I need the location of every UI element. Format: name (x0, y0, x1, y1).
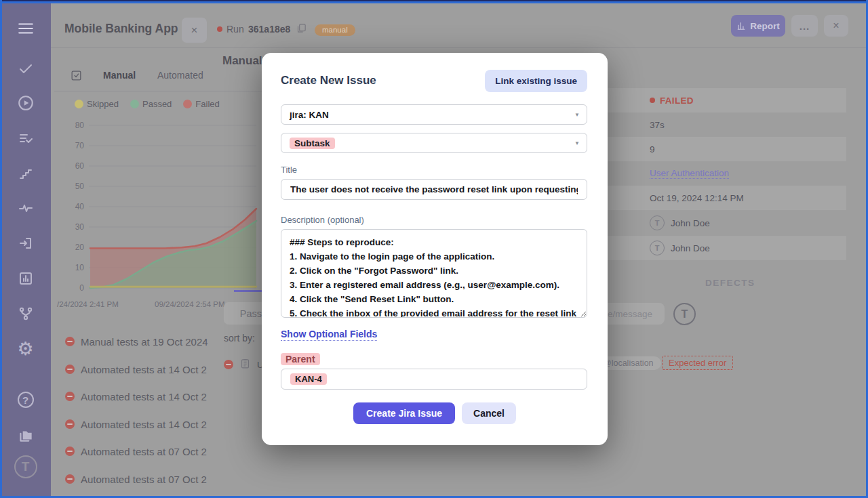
test-list-row[interactable]: U (224, 358, 264, 371)
chart-widget-icon[interactable] (70, 69, 83, 85)
window-frame-top (0, 0, 868, 1)
assignee-avatar[interactable]: T (673, 303, 696, 325)
chart-tab-automated[interactable]: Automated (157, 70, 203, 81)
avatar: T (650, 241, 665, 255)
check-icon[interactable] (0, 57, 51, 80)
parent-issue-input[interactable]: KAN-4 (281, 369, 587, 390)
project-title: Mobile Banking App (64, 22, 178, 36)
svg-text:09/24/2024 2:54 PM: 09/24/2024 2:54 PM (155, 300, 225, 308)
app-root: ⚙ ? T Mobile Banking App × Run 361a18e8 … (0, 0, 868, 498)
avatar: T (650, 215, 665, 230)
failed-run-icon (65, 447, 75, 456)
runs-list-item[interactable]: Automated tests at 14 Oct 2 (65, 362, 207, 376)
failed-run-icon (65, 419, 75, 429)
show-optional-fields-link[interactable]: Show Optional Fields (281, 329, 377, 341)
failed-run-icon (65, 365, 75, 374)
chevron-down-icon: ▼ (574, 140, 580, 146)
link-existing-issue-button[interactable]: Link existing issue (485, 70, 587, 92)
run-type-badge: manual (315, 24, 355, 36)
activity-pulse-icon[interactable] (0, 196, 51, 220)
issue-type-select[interactable]: Subtask ▼ (281, 133, 587, 153)
create-jira-issue-button[interactable]: Create Jira Issue (353, 402, 455, 424)
play-circle-icon[interactable] (0, 91, 51, 115)
svg-text:60: 60 (75, 161, 85, 171)
report-button-label: Report (750, 21, 780, 31)
project-tab-close-icon[interactable]: × (182, 18, 207, 43)
svg-text:80: 80 (75, 121, 85, 130)
chevron-down-icon: ▼ (574, 112, 580, 118)
description-textarea[interactable]: ### Steps to reproduce: 1. Navigate to t… (281, 229, 587, 318)
failed-test-icon (224, 360, 233, 369)
expected-error-badge[interactable]: Expected error (662, 356, 733, 370)
failed-run-icon (65, 474, 75, 484)
failed-status-dot (650, 98, 655, 103)
bar-chart-icon[interactable] (0, 267, 51, 290)
more-options-icon[interactable]: ... (791, 15, 818, 37)
runs-list-item[interactable]: Automated tests at 14 Oct 2 (65, 390, 207, 403)
run-trend-chart: 80706050403020100/24/2024 2:41 PM09/24/2… (54, 95, 264, 315)
project-select[interactable]: jira: KAN ▼ (281, 104, 587, 125)
suite-link[interactable]: User Authentication (650, 168, 729, 179)
chart-divider (54, 91, 262, 91)
svg-text:70: 70 (75, 141, 85, 150)
issue-type-badge: Subtask (290, 138, 335, 149)
window-frame-top-blue (0, 1, 868, 3)
copy-icon[interactable] (296, 22, 307, 37)
header-divider (51, 47, 866, 48)
steps-icon[interactable] (0, 162, 51, 185)
modal-title: Create New Issue (281, 74, 376, 87)
cancel-button[interactable]: Cancel (462, 402, 516, 424)
clipboard-icon (239, 358, 251, 371)
description-label: Description (optional) (281, 215, 364, 225)
svg-text:/24/2024 2:41 PM: /24/2024 2:41 PM (57, 300, 119, 308)
status-badge: FAILED (660, 96, 694, 106)
runs-list-item[interactable]: Manual tests at 19 Oct 2024 (65, 335, 208, 348)
help-icon[interactable]: ? (0, 388, 51, 411)
svg-text:0: 0 (79, 283, 84, 293)
svg-text:20: 20 (75, 243, 85, 252)
sidebar: ⚙ ? T (0, 0, 51, 498)
run-status-dot (217, 26, 222, 32)
testomat-logo-icon[interactable]: T (0, 455, 51, 478)
title-label: Title (281, 165, 297, 175)
parent-label: Parent (281, 353, 320, 365)
modal-actions: Create Jira Issue Cancel (262, 402, 608, 424)
failed-run-icon (65, 337, 75, 346)
failed-run-icon (65, 392, 75, 401)
sign-in-icon[interactable] (0, 232, 51, 255)
runs-list-item[interactable]: Automated tests at 07 Oct 2 (65, 444, 207, 458)
sort-by-label: sort by: (224, 333, 255, 344)
hamburger-menu-icon[interactable] (0, 17, 51, 40)
projects-folder-icon[interactable] (0, 424, 51, 447)
chart-tab-manual[interactable]: Manual (103, 70, 136, 81)
list-check-icon[interactable] (0, 127, 51, 150)
run-label: Run (226, 24, 244, 35)
svg-text:40: 40 (75, 202, 85, 211)
create-issue-modal: Create New Issue Link existing issue jir… (262, 53, 608, 445)
report-button[interactable]: Report (731, 15, 785, 37)
svg-text:10: 10 (75, 263, 85, 272)
svg-text:50: 50 (75, 182, 85, 191)
svg-text:30: 30 (75, 222, 85, 232)
gear-icon[interactable]: ⚙ (0, 337, 51, 360)
runs-list-item[interactable]: Automated tests at 14 Oct 2 (65, 417, 207, 431)
runs-list-item[interactable]: Automated tests at 07 Oct 2 (65, 472, 207, 486)
issue-title-input[interactable] (281, 179, 587, 200)
close-run-icon[interactable]: × (824, 15, 848, 37)
run-id: 361a18e8 (248, 24, 290, 35)
defects-heading: DEFECTS (705, 278, 755, 288)
branch-icon[interactable] (0, 302, 51, 325)
parent-issue-badge: KAN-4 (290, 373, 327, 385)
